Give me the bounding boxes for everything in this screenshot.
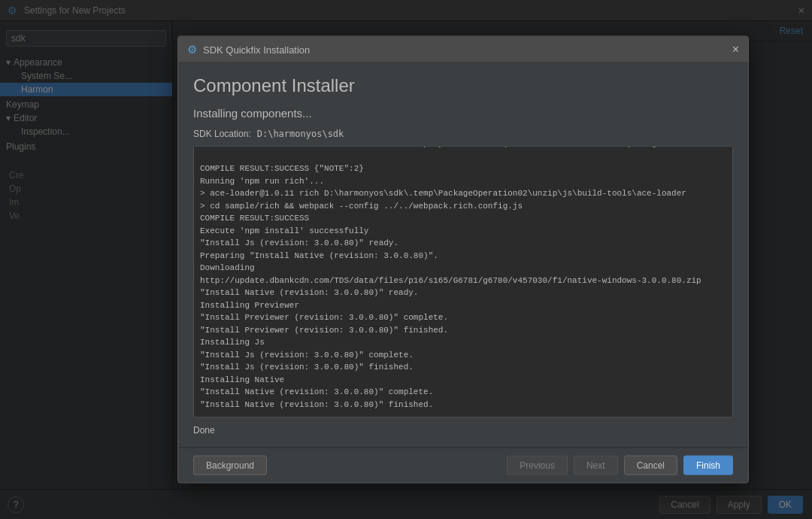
next-button[interactable]: Next — [574, 456, 618, 475]
log-area[interactable]: Value `flex` is the default value of the… — [193, 147, 733, 417]
cancel-button[interactable]: Cancel — [624, 456, 677, 475]
sdk-location-value: D:\harmonyos\sdk — [257, 129, 344, 139]
dialog-title-icon: ⚙ — [187, 43, 197, 56]
dialog-footer: Background Previous Next Cancel Finish — [178, 448, 748, 483]
dialog-heading: Component Installer — [193, 75, 733, 96]
sdk-quickfix-dialog: ⚙ SDK Quickfix Installation × Component … — [177, 36, 749, 484]
installing-status: Installing components... — [193, 107, 733, 120]
sdk-location-label: SDK Location: — [193, 129, 251, 139]
dialog-titlebar: ⚙ SDK Quickfix Installation × — [178, 37, 748, 63]
sdk-location: SDK Location: D:\harmonyos\sdk — [193, 129, 733, 139]
dialog-body: Component Installer Installing component… — [178, 63, 748, 448]
dialog-close-button[interactable]: × — [732, 44, 739, 56]
finish-button[interactable]: Finish — [683, 456, 733, 475]
dialog-title-text: SDK Quickfix Installation — [203, 44, 310, 55]
previous-button[interactable]: Previous — [507, 456, 568, 475]
done-label: Done — [193, 425, 733, 436]
background-button[interactable]: Background — [193, 456, 267, 475]
